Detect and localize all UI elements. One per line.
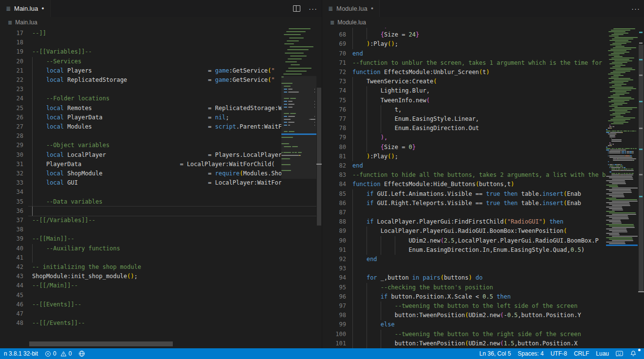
code-line[interactable]: 19--[[Variables]]-- [0, 47, 281, 57]
code-line[interactable]: 99 else [322, 320, 606, 329]
code-line[interactable]: 28 [0, 132, 281, 141]
code-line[interactable]: 101 button:TweenPosition(UDim2.new(1.5,b… [322, 339, 606, 348]
code-line[interactable]: 22 local ReplicatedStorage = game:GetSer… [0, 76, 281, 85]
feedback-button[interactable] [612, 348, 626, 359]
code-line[interactable]: 69 ):Play(); [322, 39, 606, 49]
code-line[interactable]: 76 t, [322, 105, 606, 114]
code-line[interactable]: 24 --Folder locations [0, 94, 281, 103]
code-line[interactable]: 68 {Size = 24} [322, 30, 606, 39]
code-line[interactable]: 27 local Modules = script.Parent:WaitFor… [0, 122, 281, 132]
breadcrumb[interactable]: ≣ Module.lua [322, 17, 644, 28]
code-line[interactable]: 45 [0, 291, 281, 300]
code-line[interactable]: 87 [322, 208, 606, 217]
code-line[interactable]: 95 --checking the button's position [322, 283, 606, 292]
vertical-scrollbar[interactable] [316, 28, 322, 348]
tab-main-lua[interactable]: ≣ Main.lua ● [0, 0, 51, 17]
minimap[interactable] [606, 28, 638, 348]
code-line[interactable]: 90 UDim2.new(2.5,LocalPlayer.PlayerGui.R… [322, 236, 606, 246]
eol-indicator[interactable]: CRLF [570, 348, 592, 359]
code-line[interactable]: 82end [322, 161, 606, 170]
code-line[interactable]: 41 [0, 253, 281, 263]
breadcrumb[interactable]: ≣ Main.lua [0, 17, 322, 28]
code-line[interactable]: 31 PlayerData = LocalPlayer:WaitForChild… [0, 160, 281, 169]
code-line[interactable]: 83--function to hide all the buttons, ta… [322, 170, 606, 180]
minimap-line [609, 226, 634, 227]
minimap[interactable] [281, 28, 316, 348]
code-line[interactable]: 40 --Auxiliary functions [0, 244, 281, 253]
code-line[interactable]: 78 Enum.EasingDirection.Out [322, 124, 606, 133]
code-line[interactable]: 94 for _,button in pairs(buttons) do [322, 273, 606, 283]
code-line[interactable]: 88 if LocalPlayer.PlayerGui:FindFirstChi… [322, 217, 606, 227]
problems-indicator[interactable]: 0 0 [41, 348, 75, 359]
code-line[interactable]: 37--[[/Variables]]-- [0, 216, 281, 225]
code-line[interactable]: 97 --tweening the button to the left sid… [322, 302, 606, 311]
minimap-line [608, 74, 621, 75]
code-line[interactable]: 100 --tweening the button to the right s… [322, 330, 606, 339]
code-line[interactable]: 75 TweenInfo.new( [322, 96, 606, 105]
code-line[interactable]: 81 ):Play(); [322, 152, 606, 161]
code-area[interactable]: 17--]]1819--[[Variables]]--20 --Services… [0, 28, 281, 348]
indentation-indicator[interactable]: Spaces: 4 [515, 348, 547, 359]
code-line[interactable]: 77 Enum.EasingStyle.Linear, [322, 114, 606, 124]
code-line[interactable]: 79 ), [322, 133, 606, 142]
code-line[interactable]: 36 [0, 207, 281, 216]
code-line[interactable]: 85 if GUI.Left.Animations.Visible == tru… [322, 189, 606, 199]
code-line[interactable]: 91 Enum.EasingDirection.In,Enum.EasingSt… [322, 246, 606, 255]
code-line[interactable]: 25 local Remotes = ReplicatedStorage:Wai… [0, 104, 281, 113]
code-line[interactable]: 86 if GUI.Right.Teleports.Visible == tru… [322, 199, 606, 208]
python-version-indicator[interactable]: n 3.8.1 32-bit [0, 348, 41, 359]
notifications-bell[interactable] [626, 348, 640, 359]
code-area[interactable]: 67 ),68 {Size = 24}69 ):Play();70end71--… [322, 28, 606, 348]
code-line[interactable]: 30 local LocalPlayer = Players.LocalPlay… [0, 151, 281, 160]
code-line[interactable]: 80 {Size = 0} [322, 143, 606, 152]
code-line[interactable]: 93 [322, 264, 606, 273]
breadcrumb-item[interactable]: Module.lua [337, 19, 366, 26]
code-line[interactable]: 47 [0, 309, 281, 319]
code-line[interactable]: 21 local Players = game:GetService(" [0, 66, 281, 76]
code-line[interactable]: 84function EffectsModule:Hide_Buttons(bu… [322, 180, 606, 189]
code-line[interactable]: 74 Lighting.Blur, [322, 86, 606, 95]
code-line[interactable]: 70end [322, 49, 606, 58]
code-line[interactable]: 71--function to unblur the screen, takes… [322, 58, 606, 68]
code-line[interactable]: 29 --Object variables [0, 141, 281, 150]
code-line[interactable]: 34 [0, 188, 281, 197]
code-line[interactable]: 39--[[Main]]-- [0, 234, 281, 244]
horizontal-scrollbar[interactable] [29, 341, 173, 346]
code-line[interactable]: 96 if button.Position.X.Scale < 0.5 then [322, 292, 606, 302]
code-line[interactable]: 92 end [322, 255, 606, 264]
code-line[interactable]: 42-- initializing the shop module [0, 263, 281, 272]
code-line[interactable]: 18 [0, 38, 281, 47]
code-line[interactable]: 44--[[/Main]]-- [0, 281, 281, 290]
tab-module-lua[interactable]: ≣ Module.lua ● [322, 0, 380, 17]
more-actions-icon[interactable]: ··· [308, 3, 318, 14]
minimap-slider[interactable] [281, 76, 316, 179]
code-line[interactable]: 26 local PlayerData = nil; [0, 113, 281, 122]
code-line[interactable]: 48--[[/Events]]-- [0, 319, 281, 328]
code-line[interactable]: 43ShopModule:init_shop_module(); [0, 272, 281, 281]
code-line[interactable]: 73 TweenService:Create( [322, 77, 606, 86]
code-line[interactable]: 98 button:TweenPosition(UDim2.new(-0.5,b… [322, 311, 606, 320]
line-number: 73 [322, 77, 346, 86]
code-line[interactable]: 72function EffectsModule:Unblur_Screen(t… [322, 68, 606, 77]
ports-globe-indicator[interactable] [75, 348, 89, 359]
code-line[interactable]: 89 LocalPlayer.PlayerGui.RadioGUI.BoomBo… [322, 227, 606, 236]
modified-dot-icon[interactable]: ● [371, 6, 373, 11]
code-line[interactable]: 23 [0, 85, 281, 94]
cursor-position-indicator[interactable]: Ln 36, Col 5 [476, 348, 515, 359]
more-actions-icon[interactable]: ··· [631, 3, 641, 14]
code-line[interactable]: 33 local GUI = LocalPlayer:WaitForChild( [0, 178, 281, 188]
code-line[interactable]: 20 --Services [0, 57, 281, 66]
code-line[interactable]: 35 --Data variables [0, 197, 281, 207]
modified-dot-icon[interactable]: ● [41, 6, 44, 11]
code-line[interactable]: 17--]] [0, 29, 281, 38]
editor-module-lua[interactable]: 67 ),68 {Size = 24}69 ):Play();70end71--… [322, 28, 644, 348]
code-line[interactable]: 32 local ShopModule = require(Modules.Sh… [0, 169, 281, 178]
editor-main-lua[interactable]: 17--]]1819--[[Variables]]--20 --Services… [0, 28, 322, 348]
split-editor-icon[interactable] [292, 3, 301, 14]
code-line[interactable]: 46--[[Events]]-- [0, 300, 281, 309]
code-line[interactable]: 38 [0, 225, 281, 234]
vertical-scrollbar[interactable] [638, 28, 644, 348]
encoding-indicator[interactable]: UTF-8 [547, 348, 570, 359]
breadcrumb-item[interactable]: Main.lua [15, 19, 37, 26]
language-mode-indicator[interactable]: Luau [592, 348, 612, 359]
